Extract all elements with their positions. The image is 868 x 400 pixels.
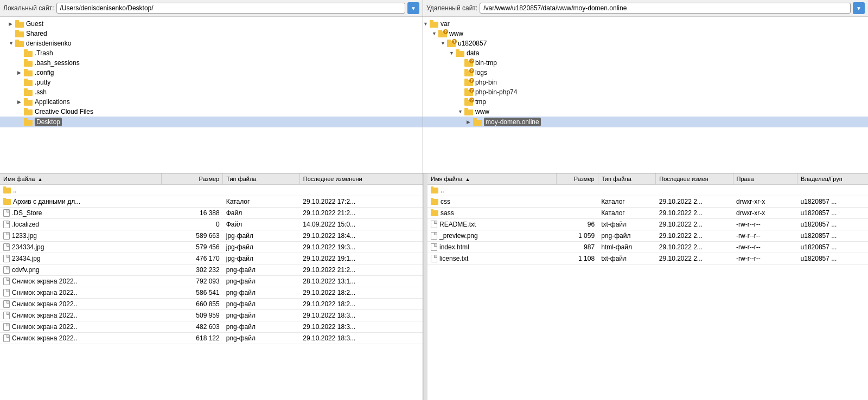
table-row[interactable]: Архив с данными дл... Каталог 29.10.2022… — [0, 196, 423, 208]
left-col-type[interactable]: Тип файла — [223, 173, 300, 185]
right-col-owner[interactable]: Владелец/Груп — [797, 173, 868, 185]
table-row[interactable]: Снимок экрана 2022.. 792 093 png-файл 28… — [0, 276, 423, 287]
table-row[interactable]: Снимок экрана 2022.. 509 959 png-файл 29… — [0, 310, 423, 321]
file-type: png-файл — [223, 333, 300, 344]
tree-label-applications: Applications — [35, 98, 70, 106]
center-scrollbar[interactable] — [423, 173, 427, 400]
right-col-perm[interactable]: Права — [733, 173, 797, 185]
file-name: .localized — [0, 219, 161, 230]
file-size — [556, 208, 598, 219]
tree-label-moy-domen: moy-domen.online — [484, 118, 541, 126]
tree-item-putty[interactable]: .putty — [0, 78, 423, 87]
file-perm: -rw-r--r-- — [733, 230, 797, 242]
left-col-size[interactable]: Размер — [161, 173, 222, 185]
table-row[interactable]: css Каталог 29.10.2022 2... drwxr-xr-x u… — [427, 196, 868, 208]
table-row[interactable]: README.txt 96 txt-файл 29.10.2022 2... -… — [427, 219, 868, 230]
file-icon — [3, 312, 10, 319]
right-tree: ▼ var▼ ? www▼ ? u1820857▼ data ? bin-tmp… — [423, 17, 868, 173]
file-owner: u1820857 ... — [797, 253, 868, 264]
right-col-date[interactable]: Последнее измен — [656, 173, 733, 185]
table-row[interactable]: cdvfv.png 302 232 png-файл 29.10.2022 21… — [0, 264, 423, 276]
left-col-date[interactable]: Последнее изменени — [299, 173, 423, 185]
tree-label-config: .config — [35, 69, 54, 76]
tree-item-php-bin-php74[interactable]: ? php-bin-php74 — [423, 87, 868, 97]
left-path-label: Локальный сайт: — [3, 4, 54, 12]
file-perm: drwxr-xr-x — [733, 208, 797, 219]
file-size: 302 232 — [161, 264, 222, 276]
tree-label-u1820857: u1820857 — [458, 40, 487, 47]
file-icon — [3, 243, 10, 251]
table-row[interactable]: Снимок экрана 2022.. 586 541 png-файл 29… — [0, 287, 423, 299]
file-size: 1 108 — [556, 253, 598, 264]
table-row[interactable]: 23434.jpg 476 170 jpg-файл 29.10.2022 19… — [0, 253, 423, 264]
tree-item-denisdenisenko[interactable]: ▼ denisdenisenko — [0, 38, 423, 48]
tree-item-applications[interactable]: ▶ Applications — [0, 97, 423, 107]
file-size: 476 170 — [161, 253, 222, 264]
file-size: 1 059 — [556, 230, 598, 242]
file-icon — [3, 221, 10, 228]
file-name: css — [427, 196, 556, 207]
tree-item-config[interactable]: ▶ .config — [0, 68, 423, 78]
tree-item-guest[interactable]: ▶ Guest — [0, 19, 423, 29]
tree-item-ssh[interactable]: .ssh — [0, 87, 423, 97]
table-row[interactable]: Снимок экрана 2022.. 660 855 png-файл 29… — [0, 299, 423, 310]
file-name: 23434.jpg — [0, 253, 161, 264]
tree-label-guest: Guest — [26, 20, 43, 28]
file-icon — [431, 243, 437, 251]
table-row[interactable]: .. — [427, 185, 868, 196]
table-row[interactable]: .DS_Store 16 388 Файл 29.10.2022 21:2... — [0, 208, 423, 219]
tree-item-tmp[interactable]: ? tmp — [423, 97, 868, 107]
tree-item-bin-tmp[interactable]: ? bin-tmp — [423, 58, 868, 68]
right-file-list: Имя файла ▲ Размер Тип файла Последнее и… — [427, 173, 868, 400]
file-date: 29.10.2022 2... — [656, 208, 733, 219]
right-path-input[interactable] — [480, 3, 851, 14]
file-name: .DS_Store — [0, 208, 161, 218]
file-size: 16 388 — [161, 208, 222, 219]
tree-item-shared[interactable]: Shared — [0, 29, 423, 38]
table-row[interactable]: Снимок экрана 2022.. 482 603 png-файл 29… — [0, 321, 423, 333]
tree-item-trash[interactable]: .Trash — [0, 48, 423, 58]
tree-item-desktop[interactable]: Desktop — [0, 117, 423, 127]
table-row[interactable]: sass Каталог 29.10.2022 2... drwxr-xr-x … — [427, 208, 868, 219]
tree-label-bin-tmp: bin-tmp — [475, 59, 497, 67]
table-row[interactable]: _preview.png 1 059 png-файл 29.10.2022 2… — [427, 230, 868, 242]
table-row[interactable]: 1233.jpg 589 663 jpg-файл 29.10.2022 18:… — [0, 230, 423, 242]
right-col-size[interactable]: Размер — [556, 173, 598, 185]
table-row[interactable]: license.txt 1 108 txt-файл 29.10.2022 2.… — [427, 253, 868, 264]
file-date: 14.09.2022 15:0... — [299, 219, 423, 230]
tree-item-moy-domen[interactable]: ▶ moy-domen.online — [423, 117, 868, 127]
file-icon — [3, 300, 10, 308]
tree-item-php-bin[interactable]: ? php-bin — [423, 78, 868, 87]
left-path-dropdown[interactable]: ▼ — [407, 2, 419, 14]
right-col-name[interactable]: Имя файла ▲ — [427, 173, 556, 185]
tree-item-u1820857[interactable]: ▼ ? u1820857 — [423, 38, 868, 48]
tree-item-logs[interactable]: ? logs — [423, 68, 868, 78]
left-tree: ▶ Guest Shared▼ denisdenisenko .Trash .b… — [0, 17, 423, 173]
file-date: 29.10.2022 2... — [656, 242, 733, 253]
table-row[interactable]: .localized 0 Файл 14.09.2022 15:0... — [0, 219, 423, 230]
table-row[interactable]: 234334.jpg 579 456 jpg-файл 29.10.2022 1… — [0, 242, 423, 253]
left-col-name[interactable]: Имя файла ▲ — [0, 173, 161, 185]
file-size: 579 456 — [161, 242, 222, 253]
file-date — [656, 185, 733, 196]
file-date: 29.10.2022 21:2... — [299, 264, 423, 276]
tree-item-data[interactable]: ▼ data — [423, 48, 868, 58]
tree-item-var[interactable]: ▼ var — [423, 19, 868, 29]
file-icon — [3, 323, 10, 331]
tree-item-www_r[interactable]: ▼ ? www — [423, 29, 868, 38]
tree-item-bash_sessions[interactable]: .bash_sessions — [0, 58, 423, 68]
tree-item-creative_cloud[interactable]: Creative Cloud Files — [0, 107, 423, 117]
file-icon — [3, 278, 10, 285]
tree-label-www_sub: www — [475, 108, 489, 115]
right-col-type[interactable]: Тип файла — [598, 173, 656, 185]
left-path-input[interactable] — [56, 3, 406, 14]
file-type: png-файл — [598, 230, 656, 242]
file-date: 29.10.2022 2... — [656, 253, 733, 264]
tree-item-www_sub[interactable]: ▼ www — [423, 107, 868, 117]
table-row[interactable]: index.html 987 html-файл 29.10.2022 2...… — [427, 242, 868, 253]
table-row[interactable]: Снимок экрана 2022.. 618 122 png-файл 29… — [0, 333, 423, 344]
file-name: 1233.jpg — [0, 230, 161, 241]
file-date: 29.10.2022 18:3... — [299, 310, 423, 321]
table-row[interactable]: .. — [0, 185, 423, 196]
right-path-dropdown[interactable]: ▼ — [853, 2, 865, 14]
